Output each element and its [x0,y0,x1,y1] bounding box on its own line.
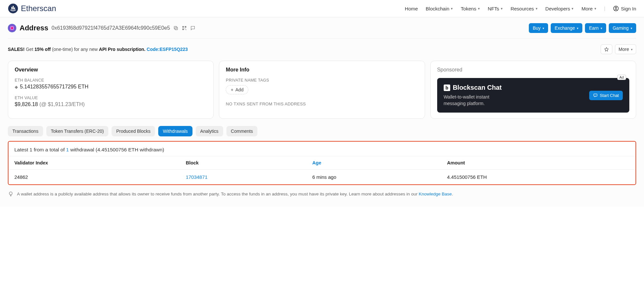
copy-icon[interactable] [173,25,178,31]
tab-analytics[interactable]: Analytics [196,126,223,136]
chevron-down-icon: ▾ [543,26,544,30]
eth-value-label: ETH VALUE [15,96,207,100]
cell-age: 6 mins ago [306,170,441,185]
sales-code[interactable]: Code:ESFP15Q223 [147,47,188,52]
more-info-card: More Info PRIVATE NAME TAGS + Add NO TXN… [219,61,425,119]
col-amount: Amount [441,156,636,170]
tab-produced-blocks[interactable]: Produced Blocks [112,126,155,136]
nav-home[interactable]: Home [405,6,418,11]
svg-rect-8 [175,27,177,30]
nav-signin-label: Sign In [621,6,636,11]
svg-point-16 [9,192,12,195]
sales-banner: SALES! Get 15% off (one-time) for any ne… [8,39,636,56]
more-info-title: More Info [226,67,418,73]
caption-link[interactable]: 1 [66,147,69,152]
add-tag-button[interactable]: + Add [226,85,248,94]
svg-rect-14 [186,29,186,30]
tab-bar: Transactions Token Transfers (ERC-20) Pr… [8,126,636,136]
exchange-button[interactable]: Exchange▾ [551,23,582,33]
address-title: Address [20,24,48,32]
top-bar: Etherscan Home Blockchain▾ Tokens▾ NFTs▾… [0,0,644,17]
nav-tokens-label: Tokens [461,6,476,11]
cell-validator: 24862 [8,170,180,185]
chevron-down-icon: ▾ [594,7,596,11]
sales-bold2: API Pro subscription. [99,47,145,52]
eth-diamond-icon: ◆ [15,85,18,89]
overview-card: Overview ETH BALANCE ◆ 5.141283557655717… [8,61,214,119]
chevron-down-icon: ▾ [536,7,538,11]
caption-prefix: Latest 1 from a total of [14,147,65,152]
sales-get: Get [26,47,33,52]
ad-badge: Ad [617,75,626,80]
svg-rect-15 [594,94,597,96]
nav-separator: | [604,6,606,11]
withdrawals-caption: Latest 1 from a total of 1 withdrawal (4… [8,142,636,156]
svg-rect-2 [13,6,14,9]
logo-text: Etherscan [21,4,56,13]
svg-point-5 [615,7,617,9]
address-header: Address 0x6193f68d97921f4765d72A3E6964fc… [8,23,636,39]
nav-more[interactable]: More▾ [581,6,596,11]
nav-developers[interactable]: Developers▾ [545,6,574,11]
footnote: A wallet address is a publicly available… [8,191,636,197]
star-button[interactable] [601,44,612,54]
table-row: 24862 17034871 6 mins ago 4.451500756 ET… [8,170,636,185]
sales-prefix: SALES! [8,47,24,52]
tab-token-transfers[interactable]: Token Transfers (ERC-20) [46,126,109,136]
earn-button-label: Earn [589,25,599,31]
chevron-down-icon: ▾ [572,7,574,11]
svg-rect-7 [11,27,13,29]
tab-withdrawals[interactable]: Withdrawals [158,126,192,136]
footnote-link[interactable]: Knowledge Base [419,192,452,196]
lightbulb-icon [8,191,14,197]
buy-button-label: Buy [533,25,541,31]
tab-transactions[interactable]: Transactions [8,126,43,136]
cell-block-link[interactable]: 17034871 [186,174,207,180]
nav-tokens[interactable]: Tokens▾ [461,6,480,11]
address-hash: 0x6193f68d97921f4765d72A3E6964fc990c59E0… [52,25,170,31]
earn-button[interactable]: Earn▾ [585,23,606,33]
svg-rect-3 [14,8,15,9]
svg-rect-1 [11,7,12,9]
chevron-down-icon: ▾ [601,26,602,30]
nav-developers-label: Developers [545,6,570,11]
sponsor-sub2: messaging platform. [444,101,502,107]
sponsor-sub1: Wallet-to-wallet instant [444,94,502,101]
sponsored-title: Sponsored [437,67,629,73]
tab-comments[interactable]: Comments [226,126,258,136]
chevron-down-icon: ▾ [631,48,633,51]
eth-balance-label: ETH BALANCE [15,78,207,83]
logo[interactable]: Etherscan [8,3,56,14]
sponsor-brand: Blockscan Chat [453,84,502,91]
svg-rect-10 [182,26,184,28]
col-block: Block [180,156,306,170]
more-button-label: More [619,47,629,52]
sponsored-card: Sponsored Ad b Blockscan Chat Wallet-to-… [430,61,636,119]
comment-icon[interactable] [190,25,195,31]
sales-percent: 15% off [35,47,51,52]
gaming-button[interactable]: Gaming▾ [609,23,636,33]
start-chat-label: Start Chat [600,93,619,98]
withdrawals-table: Validator Index Block Age Amount 24862 1… [8,156,636,184]
footnote-text: A wallet address is a publicly available… [17,192,418,196]
nav-signin[interactable]: Sign In [613,6,636,11]
sponsor-box: Ad b Blockscan Chat Wallet-to-wallet ins… [437,78,629,113]
buy-button[interactable]: Buy▾ [529,23,548,33]
more-button[interactable]: More ▾ [615,44,636,54]
nav-nfts[interactable]: NFTs▾ [488,6,503,11]
private-tags-label: PRIVATE NAME TAGS [226,78,418,83]
svg-rect-9 [174,26,177,29]
start-chat-button[interactable]: Start Chat [589,91,623,100]
col-age[interactable]: Age [306,156,441,170]
col-validator: Validator Index [8,156,180,170]
address-avatar [8,24,16,32]
nav-blockchain[interactable]: Blockchain▾ [426,6,453,11]
nav-resources-label: Resources [511,6,534,11]
nav-resources[interactable]: Resources▾ [511,6,538,11]
qr-icon[interactable] [182,25,187,31]
nav-home-label: Home [405,6,418,11]
add-tag-label: Add [236,87,244,92]
chevron-down-icon: ▾ [451,7,453,11]
chevron-down-icon: ▾ [577,26,578,30]
gaming-button-label: Gaming [613,25,629,31]
